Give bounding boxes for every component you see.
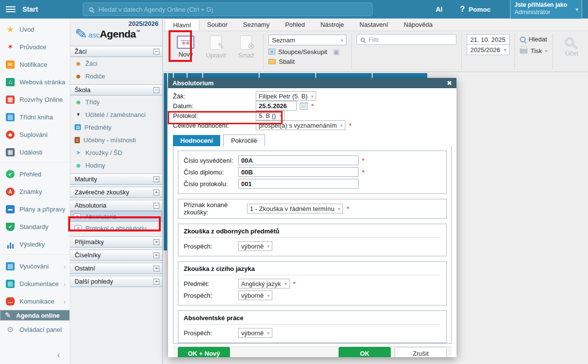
menu-pohled[interactable]: Pohled (277, 19, 312, 31)
expand-toggle-icon[interactable]: + (153, 266, 159, 271)
diploma-number-input[interactable] (238, 167, 359, 177)
thesis-grade-select[interactable]: výborně ▾ (238, 328, 272, 338)
edit-record-button[interactable]: ✎ Upravit (204, 34, 228, 59)
start-menu-label[interactable]: Start (22, 5, 38, 13)
current-date-field[interactable]: 21. 10. 2025 (467, 34, 510, 45)
print-button[interactable]: Tisk ▾ (520, 47, 547, 55)
tree-item-krouzky[interactable]: ➤ Kroužky / ŠD (70, 146, 162, 159)
filter-box[interactable] (357, 34, 456, 45)
tree-section-zaci[interactable]: Žáci − (70, 46, 162, 57)
filter-input[interactable] (368, 36, 454, 43)
menu-nastroje[interactable]: Nástroje (313, 19, 352, 31)
navigation-tree: Žáci − ☻ Žáci ☻ Rodiče Škola − ☻ Třídy ▼… (70, 44, 162, 287)
expand-toggle-icon[interactable]: + (153, 239, 159, 245)
protocol-select[interactable]: 5. B () ▾ (256, 111, 285, 120)
overall-grade-select[interactable]: prospěl(a) s vyznamenáním ▾ (256, 120, 345, 130)
collapse-toggle-icon[interactable]: − (153, 87, 159, 93)
tree-section-ciselniky[interactable]: Číselníky + (70, 249, 162, 261)
logged-in-label: Jste přihlášen jako (514, 1, 571, 9)
calendar-picker-icon[interactable]: 17 (300, 102, 308, 110)
account-button[interactable]: Účet (558, 34, 586, 57)
tree-section-zaverecne-zkousky[interactable]: Závěrečné zkoušky + (70, 187, 162, 198)
chevron-right-icon: › (63, 262, 66, 270)
tree-item-zaci[interactable]: ☻ Žáci (70, 57, 162, 70)
ok-button[interactable]: OK (339, 347, 391, 357)
tree-section-dalsi-pohledy[interactable]: Další pohledy + (70, 276, 162, 287)
tree-item-predmety[interactable]: ▤ Předměty (70, 121, 162, 134)
expand-toggle-icon[interactable]: + (153, 252, 159, 258)
delete-record-button[interactable]: ⊗ Smaž (234, 34, 258, 59)
tree-item-protokol-o-absolutoriu[interactable]: ✻ Protokol o absolutoriu (70, 222, 162, 234)
language-subject-select[interactable]: Anglický jazyk ▾ (238, 279, 290, 288)
menu-seznamy[interactable]: Seznamy (235, 19, 277, 31)
tree-section-absolutoria[interactable]: Absolutoria − (70, 200, 162, 211)
sidebar-item-tridni-kniha[interactable]: ▤ Třídní kniha (0, 108, 70, 126)
collapse-rows-button[interactable]: Sbalit (268, 58, 346, 65)
collapse-toggle-icon[interactable]: − (153, 203, 159, 209)
sidebar-item-udalosti[interactable]: ▦ Události (0, 143, 70, 161)
school-year-select[interactable]: 2025/2026 ▾ (467, 44, 510, 55)
cancel-button[interactable]: Zrušit (395, 347, 447, 357)
exam-flag-select[interactable]: 1 - Zkouška v řádném termínu ▾ (247, 204, 343, 213)
sidebar-item-webova-stranka[interactable]: ⌂ Webová stránka (0, 73, 70, 91)
menu-nastaveni[interactable]: Nastavení (352, 19, 396, 31)
expand-toggle-icon[interactable]: + (153, 279, 159, 285)
sidebar-item-prehled[interactable]: ✔ Přehled (0, 165, 70, 183)
tree-section-ostatni[interactable]: Ostatní + (70, 263, 162, 274)
date-input[interactable] (256, 101, 297, 111)
ai-button[interactable]: AI (436, 5, 442, 13)
sidebar-item-pruvodce[interactable]: ✶ Průvodce (0, 38, 70, 56)
ok-and-new-button[interactable]: OK + Nový (178, 347, 230, 357)
help-button[interactable]: ? Pomoc (460, 5, 491, 14)
sidebar-item-notifikace[interactable]: ✉ Notifikace (0, 56, 70, 73)
collapse-toggle-icon[interactable]: − (153, 49, 159, 55)
global-search-box[interactable] (83, 2, 373, 16)
language-grade-select[interactable]: výborně ▾ (238, 290, 272, 300)
menu-soubor[interactable]: Soubor (199, 19, 235, 31)
student-select[interactable]: Filipek Petr (5. B) ▾ (256, 91, 316, 101)
sidebar-item-komunikace[interactable]: … Komunikace › (0, 292, 70, 310)
logged-in-user-dropdown[interactable]: Jste přihlášen jako Administrátor ▾ (510, 0, 582, 19)
search-button[interactable]: Hledat (520, 36, 547, 43)
view-select[interactable]: Seznam ▾ (268, 35, 346, 45)
certificate-number-input[interactable] (238, 155, 359, 165)
sidebar-item-uvod[interactable]: ★ Úvod (0, 20, 70, 38)
hamburger-menu-icon[interactable] (6, 6, 16, 12)
sidebar-item-suplovani[interactable]: ☻ Suplování (0, 126, 70, 143)
sidebar-item-plany-a-pripravy[interactable]: ▬ Plány a přípravy (0, 200, 70, 218)
sidebar-item-vyucovani[interactable]: ▤ Vyučování › (0, 257, 70, 275)
tree-item-ucitele[interactable]: ▼ Učitelé / zaměstnanci (70, 108, 162, 121)
sidebar-item-agenda-online[interactable]: ✎ Agenda online (0, 310, 70, 321)
tab-pokrocile[interactable]: Pokročilé (223, 134, 265, 146)
tree-item-hodiny[interactable]: ☻ Hodiny (70, 159, 162, 172)
asc-agenda-logo[interactable]: ✎ asc Agenda ™ (70, 27, 162, 44)
sidebar-item-vysledky[interactable]: Výsledky (0, 235, 70, 253)
sidebar-item-dokumentace[interactable]: ▤ Dokumentace › (0, 275, 70, 292)
save-disk-icon[interactable]: ▣ (333, 48, 340, 56)
dialog-title-bar[interactable]: Absolutorium ✖ (168, 78, 456, 88)
sidebar-item-znamky[interactable]: A Známky (0, 183, 70, 200)
tree-item-ucebny[interactable]: ▯ Učebny - místnosti (70, 134, 162, 146)
tree-section-skola[interactable]: Škola − (70, 84, 162, 96)
chevron-down-icon: ▾ (340, 123, 342, 128)
menu-hlavni[interactable]: Hlavní (165, 19, 199, 31)
new-record-button[interactable]: ✻✻ Nový (173, 34, 198, 58)
sidebar-item-rozvrhy-online[interactable]: ▦ Rozvrhy Online (0, 91, 70, 108)
tree-section-prijimacky[interactable]: Přijímačky + (70, 236, 162, 248)
global-search-input[interactable] (98, 6, 366, 13)
expand-toggle-icon[interactable]: + (153, 176, 159, 182)
sidebar-item-ovladaci-panel[interactable]: ⚙ Ovládací panel (0, 321, 70, 338)
sidebar-item-standardy[interactable]: ✔ Standardy (0, 218, 70, 235)
expand-toggle-icon[interactable]: + (153, 190, 159, 195)
tab-hodnoceni[interactable]: Hodnocení (173, 135, 220, 146)
protocol-number-input[interactable] (238, 179, 359, 189)
menu-napoveda[interactable]: Nápověda (396, 19, 440, 31)
close-icon[interactable]: ✖ (447, 79, 452, 87)
tree-item-tridy[interactable]: ☻ Třídy (70, 96, 162, 108)
columns-group-button[interactable]: + Sloupce/Seskupit ▣ (268, 48, 346, 56)
tree-item-absolutoria[interactable]: ✻ Absolutoria (70, 211, 162, 222)
tree-item-rodice[interactable]: ☻ Rodiče (70, 70, 162, 82)
vocational-grade-select[interactable]: výborně ▾ (238, 241, 272, 251)
tree-section-maturity[interactable]: Maturity + (70, 173, 162, 185)
sidebar-collapse-button[interactable]: ‹ (0, 348, 70, 364)
